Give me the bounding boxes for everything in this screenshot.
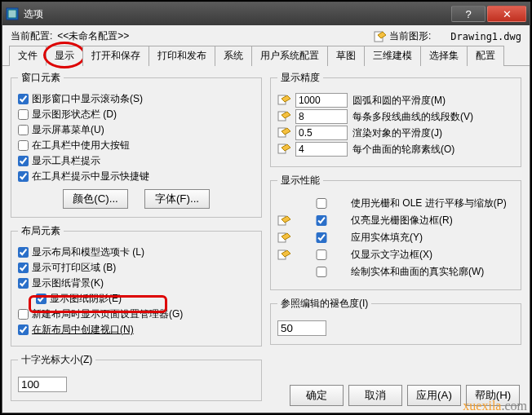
chk-true-sil-box[interactable] — [295, 267, 348, 277]
chk-text-frame[interactable]: 仅显示文字边框(X) — [295, 247, 432, 263]
drawing-icon — [277, 249, 290, 262]
drawing-icon — [277, 126, 290, 139]
chk-tooltips-box[interactable] — [18, 156, 29, 166]
chk-bigbuttons[interactable]: 在工具栏中使用大按钮 — [18, 138, 255, 153]
chk-paper-bg[interactable]: 显示图纸背景(K) — [18, 276, 255, 291]
current-config-value: <<未命名配置>> — [57, 29, 370, 43]
help-button[interactable]: ? — [451, 6, 485, 22]
close-button[interactable]: ✕ — [487, 6, 526, 22]
chk-printable[interactable]: 显示可打印区域 (B) — [18, 260, 255, 276]
chk-layout-tabs-box[interactable] — [18, 247, 29, 258]
chk-new-viewport[interactable]: 在新布局中创建视口(N) — [18, 322, 255, 338]
apply-button[interactable]: 应用(A) — [407, 385, 461, 406]
group-layout-elements-title: 布局元素 — [18, 224, 64, 238]
window-title: 选项 — [24, 7, 450, 21]
contour-input[interactable] — [295, 142, 348, 157]
colors-button[interactable]: 颜色(C)... — [63, 189, 128, 209]
group-ref-fade: 参照编辑的褪色度(I) — [270, 297, 521, 345]
ref-fade-value[interactable] — [277, 320, 326, 336]
chk-panzoom[interactable]: 使用光栅和 OLE 进行平移与缩放(P) — [295, 196, 507, 211]
chk-paper-shadow[interactable]: 显示图纸阴影(E) — [36, 291, 255, 307]
chk-true-sil[interactable]: 绘制实体和曲面的真实轮廓(W) — [295, 264, 484, 280]
group-crosshair-title: 十字光标大小(Z) — [18, 353, 95, 367]
tab-select[interactable]: 选择集 — [420, 46, 468, 66]
tab-print-publish[interactable]: 打印和发布 — [149, 46, 215, 66]
chk-tooltips[interactable]: 显示工具栏提示 — [18, 153, 255, 169]
chk-bigbuttons-box[interactable] — [18, 140, 29, 151]
drawing-icon — [373, 30, 386, 43]
chk-statusbar[interactable]: 显示图形状态栏 (D) — [18, 107, 255, 122]
render-smooth-input[interactable] — [295, 126, 348, 140]
chk-paper-bg-box[interactable] — [18, 278, 29, 289]
chk-page-setup-mgr-box[interactable] — [18, 309, 29, 320]
current-config-label: 当前配置: — [11, 29, 52, 43]
group-display-precision-title: 显示精度 — [277, 71, 323, 85]
crosshair-value[interactable] — [18, 377, 67, 392]
group-window-elements: 窗口元素 图形窗口中显示滚动条(S) 显示图形状态栏 (D) 显示屏幕菜单(U)… — [11, 71, 262, 218]
chk-scrollbars[interactable]: 图形窗口中显示滚动条(S) — [18, 91, 255, 107]
chk-new-viewport-box[interactable] — [18, 324, 29, 335]
group-display-precision: 显示精度 圆弧和圆的平滑度(M) 每条多段线曲线的线段数(V) 渲染对象的平滑度… — [270, 71, 521, 167]
segments-input[interactable] — [295, 109, 348, 124]
contour-label: 每个曲面的轮廓素线(O) — [352, 143, 514, 157]
group-window-elements-title: 窗口元素 — [18, 71, 64, 85]
segments-label: 每条多段线曲线的线段数(V) — [352, 110, 514, 124]
chk-scrollbars-box[interactable] — [18, 94, 29, 104]
tab-profile[interactable]: 配置 — [467, 46, 504, 66]
dialog-footer: 确定 取消 应用(A) 帮助(H) — [290, 385, 520, 406]
chk-shortcuts[interactable]: 在工具栏提示中显示快捷键 — [18, 169, 255, 184]
tab-bar: 文件 显示 打开和保存 打印和发布 系统 用户系统配置 草图 三维建模 选择集 … — [2, 45, 530, 66]
drawing-icon — [277, 214, 290, 227]
chk-paper-shadow-box[interactable] — [36, 294, 47, 304]
group-display-performance-title: 显示性能 — [277, 174, 323, 188]
cancel-button[interactable]: 取消 — [348, 385, 402, 406]
config-row: 当前配置: <<未命名配置>> 当前图形: Drawing1.dwg — [2, 25, 530, 45]
drawing-icon — [277, 110, 290, 123]
svg-rect-1 — [8, 10, 16, 18]
chk-screenmenu-box[interactable] — [18, 125, 29, 135]
chk-panzoom-box[interactable] — [295, 198, 348, 209]
chk-raster-frame-box[interactable] — [295, 215, 348, 226]
chk-page-setup-mgr[interactable]: 新建布局时显示页面设置管理器(G) — [18, 307, 255, 322]
group-layout-elements: 布局元素 显示布局和模型选项卡 (L) 显示可打印区域 (B) 显示图纸背景(K… — [11, 224, 262, 347]
help-button-footer[interactable]: 帮助(H) — [466, 385, 520, 406]
render-smooth-label: 渲染对象的平滑度(J) — [352, 126, 514, 140]
current-drawing-value: Drawing1.dwg — [450, 31, 521, 42]
drawing-icon — [277, 94, 290, 107]
group-crosshair: 十字光标大小(Z) — [11, 353, 262, 401]
group-display-performance: 显示性能 使用光栅和 OLE 进行平移与缩放(P) 仅亮显光栅图像边框(R) 应… — [270, 174, 521, 290]
drawing-icon — [277, 143, 290, 156]
drawing-icon — [277, 232, 290, 245]
current-drawing-label: 当前图形: — [389, 29, 431, 43]
chk-printable-box[interactable] — [18, 263, 29, 273]
arc-smooth-input[interactable] — [295, 93, 348, 108]
tab-system[interactable]: 系统 — [215, 46, 252, 66]
tab-display[interactable]: 显示 — [46, 46, 83, 66]
chk-text-frame-box[interactable] — [295, 249, 348, 260]
fonts-button[interactable]: 字体(F)... — [144, 189, 210, 209]
chk-shortcuts-box[interactable] — [18, 171, 29, 182]
tab-file[interactable]: 文件 — [9, 46, 47, 66]
app-icon — [6, 7, 19, 20]
chk-layout-tabs[interactable]: 显示布局和模型选项卡 (L) — [18, 245, 255, 260]
chk-solid-fill[interactable]: 应用实体填充(Y) — [295, 230, 423, 245]
chk-screenmenu[interactable]: 显示屏幕菜单(U) — [18, 122, 255, 138]
titlebar: 选项 ? ✕ — [2, 2, 530, 25]
tab-draft[interactable]: 草图 — [327, 46, 365, 66]
options-dialog: 选项 ? ✕ 当前配置: <<未命名配置>> 当前图形: Drawing1.dw… — [2, 2, 530, 413]
chk-solid-fill-box[interactable] — [295, 232, 348, 243]
tab-open-save[interactable]: 打开和保存 — [82, 46, 149, 66]
tab-3d[interactable]: 三维建模 — [364, 46, 421, 66]
tab-user-pref[interactable]: 用户系统配置 — [251, 46, 328, 66]
arc-smooth-label: 圆弧和圆的平滑度(M) — [352, 94, 514, 108]
group-ref-fade-title: 参照编辑的褪色度(I) — [277, 297, 371, 311]
ok-button[interactable]: 确定 — [290, 385, 344, 406]
chk-statusbar-box[interactable] — [18, 109, 29, 120]
chk-raster-frame[interactable]: 仅亮显光栅图像边框(R) — [295, 213, 453, 228]
